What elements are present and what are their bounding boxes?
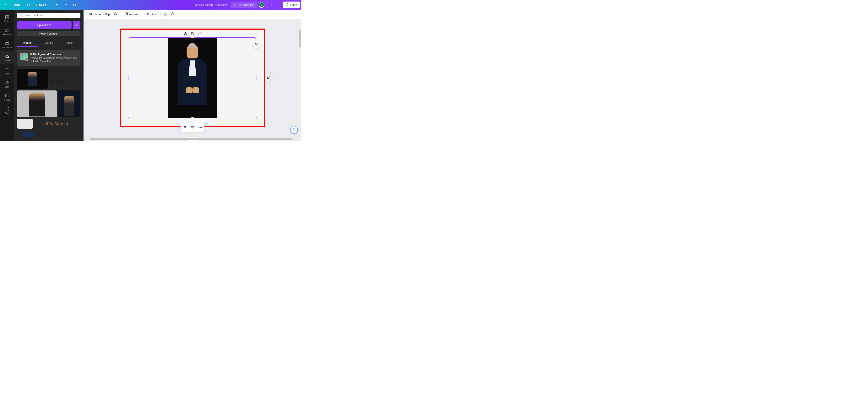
upload-thumb[interactable] <box>17 69 48 89</box>
nav-design[interactable]: Design <box>0 12 14 25</box>
tab-images[interactable]: Images <box>17 39 38 47</box>
svg-point-21 <box>257 43 257 43</box>
page-add-button[interactable] <box>197 32 202 36</box>
upload-files-button[interactable]: Upload files <box>17 21 71 29</box>
uploads-grid: Cody Henderson Rita Moretti <box>17 69 81 137</box>
page-unlock-button[interactable] <box>183 32 188 36</box>
ai-suggest-button[interactable] <box>253 41 260 48</box>
nav-uploads[interactable]: Uploads <box>0 51 14 64</box>
svg-rect-23 <box>184 126 185 128</box>
promo-thumbnail <box>20 53 28 60</box>
search-input[interactable] <box>25 14 78 17</box>
media-tabs: Images Videos Audio <box>17 39 81 47</box>
redo-button[interactable] <box>62 2 70 8</box>
horizontal-scrollbar[interactable] <box>84 138 299 140</box>
document-title[interactable]: Untitled design - Your Story <box>195 3 227 6</box>
share-button[interactable]: Share <box>283 2 300 8</box>
try-pro-label: Try Canva Pro <box>237 3 254 6</box>
upload-more-button[interactable]: ••• <box>73 21 81 29</box>
nav-brand-hub[interactable]: Brand Hub <box>0 38 14 51</box>
vertical-scrollbar[interactable] <box>299 30 301 135</box>
resize-handle-left[interactable] <box>128 76 130 80</box>
upload-thumb[interactable] <box>17 119 33 129</box>
promo-close-button[interactable]: × <box>77 52 79 55</box>
upload-thumb[interactable] <box>23 132 34 137</box>
resize-handle-tl[interactable] <box>128 37 130 38</box>
dots-icon: ••• <box>198 126 202 129</box>
selection-box[interactable] <box>129 37 256 118</box>
page-duplicate-button[interactable] <box>190 32 195 36</box>
avatar[interactable]: S <box>259 2 265 8</box>
record-yourself-button[interactable]: Record yourself <box>17 31 81 36</box>
resize-handle-tr[interactable] <box>255 37 257 38</box>
nav-text[interactable]: Text <box>0 64 14 77</box>
apps-icon <box>5 107 9 111</box>
undo-button[interactable] <box>53 2 61 8</box>
canvas-viewport[interactable]: ••• page ⌃ <box>84 19 301 141</box>
crown-icon: ♛ <box>30 53 32 56</box>
uploads-panel: Upload files ••• Record yourself Images … <box>14 10 84 141</box>
resize-handle-br[interactable] <box>255 117 257 119</box>
nav-elements[interactable]: Elements <box>0 25 14 38</box>
design-icon <box>5 15 9 20</box>
animate-button[interactable]: Animate <box>123 11 141 18</box>
draw-icon <box>5 81 9 85</box>
lock-button[interactable] <box>169 11 176 18</box>
resize-handle-bl[interactable] <box>128 117 130 119</box>
upload-thumb[interactable] <box>58 90 80 117</box>
duplicate-icon <box>183 125 187 130</box>
upload-thumb[interactable] <box>17 90 57 117</box>
transparency-button[interactable] <box>163 11 169 18</box>
home-button[interactable]: Home <box>10 2 23 7</box>
flip-button[interactable]: Flip <box>103 11 112 17</box>
magic-fab[interactable] <box>290 126 298 134</box>
folder-icon <box>5 94 9 98</box>
back-button[interactable] <box>2 2 10 8</box>
position-button[interactable]: Position <box>145 11 159 17</box>
info-button[interactable] <box>113 11 119 18</box>
share-icon <box>286 3 289 7</box>
more-button[interactable]: ••• <box>197 124 204 131</box>
edit-photo-button[interactable]: Edit photo <box>87 11 103 17</box>
cloud-sync-button[interactable] <box>71 2 79 8</box>
cloud-icon <box>73 3 76 6</box>
resize-menu[interactable]: ♛ Resize <box>33 2 50 7</box>
crown-icon: ♛ <box>234 3 236 6</box>
svg-rect-20 <box>198 33 200 35</box>
svg-point-3 <box>5 29 7 30</box>
comment-button[interactable] <box>265 74 272 81</box>
add-page-hint[interactable]: page <box>206 123 217 129</box>
canvas-image[interactable] <box>168 38 217 118</box>
resize-handle-right[interactable] <box>255 76 257 80</box>
sparkle-icon <box>292 127 296 132</box>
invite-button[interactable]: + <box>266 2 272 8</box>
nav-apps[interactable]: Apps <box>0 104 14 117</box>
resize-handle-top[interactable] <box>191 37 194 38</box>
tab-videos[interactable]: Videos <box>38 39 59 47</box>
chevron-left-icon <box>4 3 7 6</box>
svg-rect-17 <box>172 14 174 15</box>
try-pro-button[interactable]: ♛ Try Canva Pro <box>231 2 257 8</box>
analytics-button[interactable] <box>273 2 281 8</box>
undo-icon <box>55 3 59 6</box>
page-frame[interactable] <box>120 29 265 127</box>
svg-point-12 <box>7 110 7 111</box>
tab-audio[interactable]: Audio <box>59 39 81 47</box>
search-input-wrapper[interactable] <box>17 13 81 18</box>
search-icon <box>20 13 23 18</box>
duplicate-button[interactable] <box>181 124 188 131</box>
svg-rect-18 <box>184 34 187 35</box>
bg-remover-promo: ♛Background Remover Remove the backgroun… <box>17 50 81 66</box>
text-icon <box>5 67 9 72</box>
promo-description: Remove the background of your image in o… <box>30 57 78 63</box>
upload-thumb[interactable]: Cody Henderson <box>49 69 80 89</box>
resize-handle-bottom[interactable] <box>191 117 194 119</box>
nav-projects[interactable]: Projects <box>0 91 14 104</box>
info-icon <box>114 12 117 17</box>
svg-point-5 <box>5 107 6 108</box>
nav-draw[interactable]: Draw <box>0 77 14 91</box>
svg-point-11 <box>5 110 6 111</box>
file-menu[interactable]: File <box>23 2 32 7</box>
upload-thumb[interactable]: Rita Moretti <box>34 119 80 129</box>
delete-button[interactable] <box>189 124 196 131</box>
